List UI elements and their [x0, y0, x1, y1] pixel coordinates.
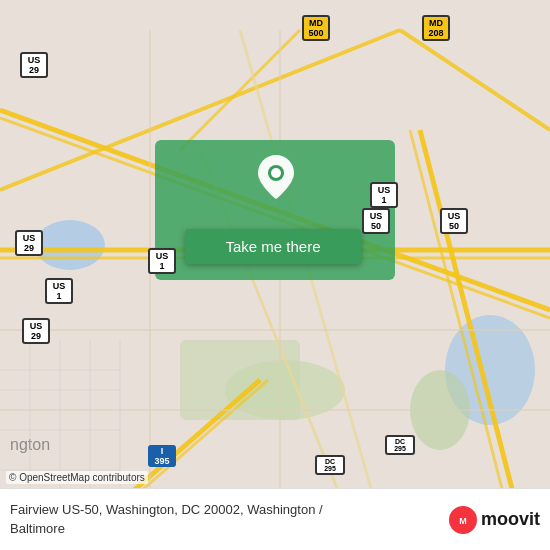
shield-dc295-1: DC295: [385, 435, 415, 455]
svg-point-33: [271, 168, 281, 178]
footer-bar: Fairview US-50, Washington, DC 20002, Wa…: [0, 488, 550, 550]
svg-point-1: [35, 220, 105, 270]
shield-us29-1: US29: [20, 52, 48, 78]
shield-us50-1: US50: [362, 208, 390, 234]
shield-md500: MD500: [302, 15, 330, 41]
shield-us29-3: US29: [22, 318, 50, 344]
shield-us1-3: US1: [148, 248, 176, 274]
address-line1: Fairview US-50, Washington, DC 20002, Wa…: [10, 502, 323, 517]
svg-text:M: M: [459, 516, 467, 526]
moovit-logo: M moovit: [449, 506, 540, 534]
shield-us50-2: US50: [440, 208, 468, 234]
shield-i395: I395: [148, 445, 176, 467]
location-pin: [258, 155, 294, 199]
take-me-there-button[interactable]: Take me there: [185, 229, 361, 264]
address-line2: Baltimore: [10, 521, 65, 536]
moovit-logo-text: moovit: [481, 509, 540, 530]
shield-md208: MD208: [422, 15, 450, 41]
footer-address: Fairview US-50, Washington, DC 20002, Wa…: [10, 501, 449, 537]
shield-us1-1: US1: [45, 278, 73, 304]
shield-us1-2: US1: [370, 182, 398, 208]
moovit-icon: M: [449, 506, 477, 534]
shield-dc295-2: DC295: [315, 455, 345, 475]
map-container: ngton US29 US29 US29 US1 US1 US50 US50 U…: [0, 0, 550, 550]
osm-attribution: © OpenStreetMap contributors: [6, 471, 148, 484]
shield-us29-2: US29: [15, 230, 43, 256]
